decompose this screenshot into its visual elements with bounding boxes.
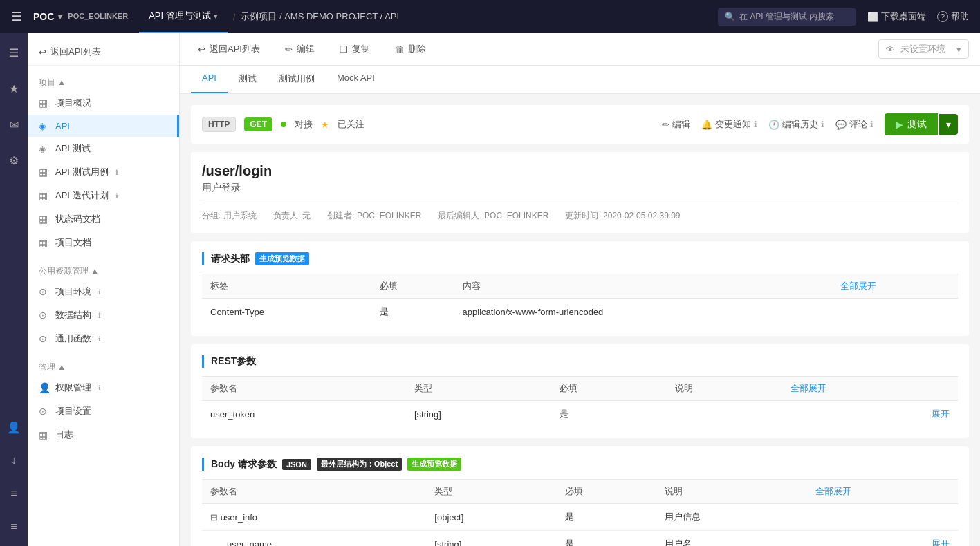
sidebar-icon-star[interactable]: ★ — [3, 77, 25, 100]
sidebar-item-api-test[interactable]: ◈ API 测试 — [28, 137, 179, 160]
body-params-table: 参数名 类型 必填 说明 全部展开 ⊟ — [202, 479, 958, 546]
sidebar-item-logs-label: 日志 — [55, 429, 73, 441]
logo-arrow: ▾ — [58, 12, 62, 21]
topbar-actions: ⬜ 下载桌面端 ? 帮助 — [867, 10, 969, 23]
topbar-nav-arrow: ▾ — [214, 12, 218, 21]
delete-btn[interactable]: 🗑 删除 — [388, 39, 433, 59]
sidebar-item-project-docs-label: 项目文档 — [55, 236, 91, 249]
api-meta-group: 分组: 用户系统 — [202, 210, 257, 222]
sidebar-item-overview[interactable]: ▦ 项目概况 — [28, 91, 179, 115]
tab-test-cases[interactable]: 测试用例 — [268, 66, 326, 93]
sidebar-icon-mail[interactable]: ✉ — [3, 113, 25, 135]
test-run-btn[interactable]: ▶ 测试 — [885, 113, 938, 135]
section-project-title: 项目 ▲ — [28, 71, 179, 91]
sidebar-item-api[interactable]: ◈ API — [28, 115, 179, 137]
sidebar-item-permissions[interactable]: 👤 权限管理 ℹ — [28, 376, 179, 399]
data-structure-icon: ⊙ — [39, 310, 50, 321]
back-label: 返回API列表 — [50, 46, 101, 58]
logo[interactable]: POC ▾ POC_EOLINKER — [33, 11, 128, 22]
hamburger-icon[interactable]: ☰ — [11, 9, 22, 24]
sidebar-item-permissions-label: 权限管理 — [55, 382, 91, 394]
body-generate-btn[interactable]: 生成预览数据 — [407, 458, 461, 471]
expand-all-body-btn[interactable]: 全部展开 — [815, 486, 851, 496]
topbar: ☰ POC ▾ POC_EOLINKER API 管理与测试 ▾ / 示例项目 … — [0, 0, 980, 33]
edit-btn[interactable]: ✏ 编辑 — [278, 39, 322, 59]
generate-preview-btn[interactable]: 生成预览数据 — [255, 252, 309, 265]
rest-params-section: REST参数 参数名 类型 必填 说明 全部展开 — [191, 344, 969, 438]
expand-all-header-btn[interactable]: 全部展开 — [840, 281, 876, 291]
request-header-section: 请求头部 生成预览数据 标签 必填 内容 全部展开 — [191, 241, 969, 336]
topbar-nav-api-label: API 管理与测试 — [149, 10, 211, 22]
col-expand-all-header: 全部展开 — [832, 274, 958, 299]
icon-sidebar: ☰ ★ ✉ ⚙ 👤 ↓ ≡ ≡ — [0, 33, 28, 546]
sidebar-item-project-settings[interactable]: ⊙ 项目设置 — [28, 399, 179, 423]
sidebar-item-logs[interactable]: ▦ 日志 — [28, 423, 179, 446]
sidebar-icon-user[interactable]: 👤 — [3, 416, 25, 438]
delete-icon: 🗑 — [395, 44, 404, 55]
tab-api[interactable]: API — [191, 66, 228, 93]
copy-label: 复制 — [352, 43, 370, 55]
copy-icon: ❑ — [340, 44, 348, 55]
sidebar-item-project-docs[interactable]: ▦ 项目文档 — [28, 231, 179, 254]
notify-action[interactable]: 🔔 变更通知 ℹ — [701, 118, 757, 131]
test-dropdown-btn[interactable]: ▾ — [939, 114, 958, 135]
sidebar-item-data-structure[interactable]: ⊙ 数据结构 ℹ — [28, 303, 179, 327]
section-resources-title: 公用资源管理 ▲ — [28, 260, 179, 280]
body-params-section: Body 请求参数 JSON 最外层结构为：Object 生成预览数据 参数名 … — [191, 446, 969, 546]
sidebar-item-env[interactable]: ⊙ 项目环境 ℹ — [28, 280, 179, 303]
tab-test-cases-label: 测试用例 — [279, 73, 315, 84]
api-meta-last-editor: 最后编辑人: POC_EOLINKER — [438, 210, 548, 222]
back-to-api-list-btn[interactable]: ↩ 返回API列表 — [191, 39, 267, 59]
rest-type-cell: [string] — [406, 401, 551, 428]
expand-body-row2-btn[interactable]: 展开 — [932, 538, 950, 546]
rest-col-expand-all: 全部展开 — [782, 377, 958, 401]
rest-params-label: REST参数 — [211, 355, 256, 368]
sidebar-item-test-cases[interactable]: ▦ API 测试用例 ℹ — [28, 160, 179, 184]
tab-mock-api[interactable]: Mock API — [326, 66, 386, 93]
notify-label: 变更通知 — [715, 118, 751, 131]
api-header-bar: HTTP GET 对接 ★ 已关注 ✏ 编辑 🔔 变更通知 ℹ — [191, 105, 969, 144]
rest-params-table: 参数名 类型 必填 说明 全部展开 user_token [string — [202, 376, 958, 427]
table-row: user_token [string] 是 展开 — [202, 401, 958, 428]
sidebar-item-status-codes[interactable]: ▦ 状态码文档 — [28, 207, 179, 231]
comment-action[interactable]: 💬 评论 ℹ — [835, 118, 873, 131]
object-collapse-icon[interactable]: ⊟ — [210, 512, 218, 523]
col-required: 必填 — [371, 274, 454, 299]
sidebar-icon-list2[interactable]: ≡ — [3, 516, 25, 538]
sidebar-item-common-func[interactable]: ⊙ 通用函数 ℹ — [28, 327, 179, 350]
download-desktop-btn[interactable]: ⬜ 下载桌面端 — [867, 10, 926, 23]
edit-action[interactable]: ✏ 编辑 — [662, 118, 690, 131]
body-row1-required-cell: 是 — [557, 504, 656, 531]
api-meta: 分组: 用户系统 负责人: 无 创建者: POC_EOLINKER 最后编辑人:… — [202, 203, 958, 222]
api-info-card: /user/login 用户登录 分组: 用户系统 负责人: 无 创建者: PO… — [191, 152, 969, 233]
sidebar-item-api-test-label: API 测试 — [55, 142, 91, 155]
sidebar-item-project-settings-label: 项目设置 — [55, 405, 91, 417]
notify-info-icon: ℹ — [754, 120, 757, 129]
back-to-projects[interactable]: ↩ 返回API列表 — [28, 39, 179, 66]
expand-all-rest-btn[interactable]: 全部展开 — [791, 383, 826, 393]
search-bar[interactable]: 🔍 在 API 管理与测试 内搜索 — [718, 8, 856, 26]
download-label: 下载桌面端 — [881, 10, 926, 23]
status-label: 对接 — [295, 118, 313, 131]
rest-name-cell: user_token — [202, 401, 406, 428]
history-action[interactable]: 🕐 编辑历史 ℹ — [768, 118, 824, 131]
sidebar-icon-download[interactable]: ↓ — [3, 449, 25, 471]
sidebar-icon-settings[interactable]: ⚙ — [3, 149, 25, 171]
sidebar-item-iteration[interactable]: ▦ API 迭代计划 ℹ — [28, 184, 179, 207]
back-icon: ↩ — [198, 44, 205, 55]
env-badge: ℹ — [98, 288, 101, 296]
sidebar-icon-menu[interactable]: ☰ — [3, 41, 25, 64]
sidebar-item-api-label: API — [55, 121, 70, 131]
env-icon: ⊙ — [39, 286, 50, 297]
help-btn[interactable]: ? 帮助 — [937, 10, 969, 23]
sidebar-icon-list1[interactable]: ≡ — [3, 482, 25, 505]
copy-btn[interactable]: ❑ 复制 — [333, 39, 377, 59]
env-selector[interactable]: 👁 未设置环境 ▾ — [878, 39, 969, 59]
follow-label: 已关注 — [338, 118, 364, 131]
topbar-nav-api[interactable]: API 管理与测试 ▾ — [139, 0, 228, 33]
test-dropdown-arrow: ▾ — [946, 119, 951, 130]
body-col-desc: 说明 — [656, 480, 807, 504]
tab-test[interactable]: 测试 — [228, 66, 268, 93]
body-col-required: 必填 — [557, 480, 656, 504]
expand-rest-row-btn[interactable]: 展开 — [932, 408, 950, 419]
